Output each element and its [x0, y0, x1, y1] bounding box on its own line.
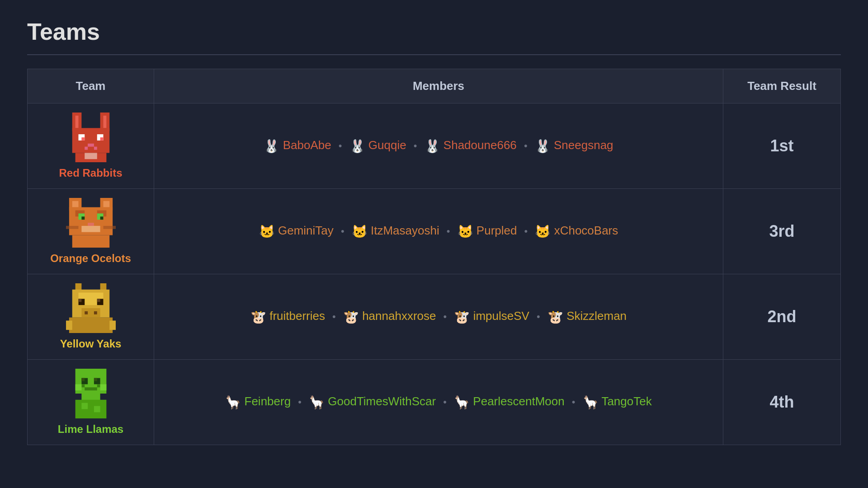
member-separator: • — [534, 311, 543, 322]
page-title: Teams — [27, 18, 841, 45]
svg-rect-13 — [85, 153, 97, 159]
svg-rect-4 — [72, 128, 109, 153]
svg-rect-52 — [97, 384, 100, 387]
member-separator: • — [444, 225, 453, 237]
red-rabbits-icon — [66, 113, 116, 162]
member-name: Sneegsnag — [554, 138, 613, 152]
svg-rect-42 — [69, 318, 112, 333]
member-separator: • — [441, 311, 450, 322]
member-emoji: 🐮 — [454, 310, 470, 324]
member-item: 🐮 hannahxxrose — [343, 309, 436, 323]
svg-rect-29 — [72, 235, 109, 248]
svg-rect-41 — [94, 311, 97, 314]
member-name: Feinberg — [245, 394, 291, 408]
svg-rect-7 — [81, 137, 85, 141]
svg-rect-8 — [100, 137, 103, 141]
member-item: 🐰 Shadoune666 — [425, 138, 517, 152]
svg-rect-56 — [75, 400, 106, 418]
svg-rect-44 — [109, 321, 116, 330]
member-emoji: 🦙 — [309, 395, 325, 409]
member-name: BaboAbe — [283, 138, 331, 152]
member-separator: • — [521, 140, 530, 151]
member-item: 🐰 Sneegsnag — [535, 138, 613, 152]
title-divider — [27, 54, 841, 55]
svg-rect-39 — [81, 308, 100, 318]
member-name: fruitberries — [269, 309, 325, 323]
member-name: PearlescentMoon — [473, 394, 564, 408]
member-item: 🐱 xChocoBars — [535, 224, 618, 237]
member-item: 🐱 GeminiTay — [259, 224, 334, 237]
svg-rect-3 — [103, 116, 106, 128]
svg-rect-54 — [100, 384, 106, 390]
column-members: Members — [154, 69, 723, 103]
column-result: Team Result — [723, 69, 841, 103]
orange-ocelots-name: Orange Ocelots — [41, 252, 140, 265]
team-cell-red-rabbits: Red Rabbits — [28, 103, 154, 189]
svg-rect-49 — [94, 378, 97, 381]
table-header-row: Team Members Team Result — [28, 69, 841, 103]
svg-rect-37 — [97, 299, 100, 302]
page-container: Teams Team Members Team Result — [0, 0, 868, 463]
member-item: 🐮 impulseSV — [454, 309, 529, 323]
member-separator: • — [569, 396, 578, 408]
orange-ocelots-icon — [66, 198, 116, 248]
member-name: ItzMasayoshi — [371, 224, 439, 237]
member-name: GoodTimesWithScar — [328, 394, 436, 408]
member-emoji: 🐰 — [535, 139, 551, 153]
svg-rect-48 — [81, 378, 85, 381]
svg-rect-36 — [78, 299, 81, 302]
member-separator: • — [440, 396, 449, 408]
member-separator: • — [338, 225, 347, 237]
member-item: 🐰 Guqqie — [349, 138, 406, 152]
member-separator: • — [411, 140, 420, 151]
svg-rect-24 — [100, 216, 103, 220]
member-name: Guqqie — [368, 138, 406, 152]
team-cell-lime-llamas: Lime Llamas — [28, 360, 154, 445]
result-cell-orange-ocelots: 3rd — [723, 189, 841, 274]
result-cell-lime-llamas: 4th — [723, 360, 841, 445]
member-emoji: 🐱 — [535, 225, 551, 239]
member-name: TangoTek — [601, 394, 651, 408]
member-name: impulseSV — [473, 309, 529, 323]
member-emoji: 🐮 — [547, 310, 563, 324]
member-emoji: 🐰 — [264, 139, 279, 153]
member-separator: • — [330, 311, 339, 322]
yellow-yaks-name: Yellow Yaks — [41, 338, 140, 350]
member-item: 🐰 BaboAbe — [264, 138, 331, 152]
member-emoji: 🐰 — [425, 139, 440, 153]
members-cell-orange-ocelots: 🐱 GeminiTay • 🐱 ItzMasayoshi • 🐱 Purpled… — [154, 189, 723, 274]
member-item: 🦙 Feinberg — [225, 394, 291, 408]
table-row: Lime Llamas🦙 Feinberg • 🦙 GoodTimesWithS… — [28, 360, 841, 445]
svg-rect-53 — [75, 384, 81, 390]
member-separator: • — [336, 140, 345, 151]
member-item: 🐮 fruitberries — [250, 309, 325, 323]
team-cell-yellow-yaks: Yellow Yaks — [28, 274, 154, 360]
member-name: hannahxxrose — [362, 309, 436, 323]
member-emoji: 🐮 — [250, 310, 266, 324]
result-cell-red-rabbits: 1st — [723, 103, 841, 189]
svg-rect-43 — [66, 321, 72, 330]
svg-rect-27 — [66, 226, 79, 229]
svg-rect-25 — [88, 223, 94, 226]
member-item: 🦙 TangoTek — [583, 394, 652, 408]
member-emoji: 🐰 — [349, 139, 365, 153]
svg-rect-16 — [72, 201, 78, 207]
member-emoji: 🐮 — [343, 310, 359, 324]
member-item: 🦙 GoodTimesWithScar — [309, 394, 436, 408]
teams-table: Team Members Team Result — [27, 69, 841, 445]
svg-rect-9 — [88, 144, 94, 147]
svg-rect-40 — [85, 311, 88, 314]
column-team: Team — [28, 69, 154, 103]
svg-rect-57 — [81, 403, 88, 409]
member-item: 🐱 ItzMasayoshi — [352, 224, 439, 237]
member-emoji: 🦙 — [454, 395, 470, 409]
member-separator: • — [521, 225, 530, 237]
team-cell-orange-ocelots: Orange Ocelots — [28, 189, 154, 274]
members-cell-red-rabbits: 🐰 BaboAbe • 🐰 Guqqie • 🐰 Shadoune666 • 🐰… — [154, 103, 723, 189]
member-name: Shadoune666 — [443, 138, 517, 152]
member-name: xChocoBars — [554, 224, 618, 237]
yellow-yaks-icon — [66, 283, 116, 333]
svg-rect-10 — [85, 147, 88, 150]
member-emoji: 🐱 — [259, 225, 275, 239]
member-emoji: 🦙 — [225, 395, 241, 409]
